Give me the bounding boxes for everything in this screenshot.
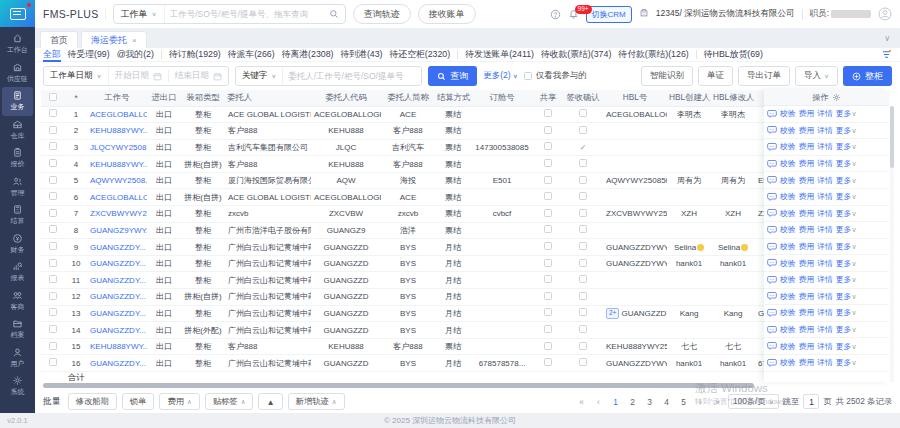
op-link[interactable]: 费用 <box>799 291 815 302</box>
end-date-input[interactable]: 结束日期 <box>168 70 228 82</box>
op-more-link[interactable]: 更多∨ <box>836 158 857 169</box>
page-number[interactable]: 3 <box>643 395 656 408</box>
confirm-checkbox[interactable] <box>579 176 587 184</box>
shared-checkbox[interactable] <box>544 275 552 283</box>
op-link[interactable]: 费用 <box>799 191 815 202</box>
sidebar-item-user[interactable]: 用户 <box>0 344 35 373</box>
op-link[interactable]: 详情 <box>817 307 833 318</box>
op-more-link[interactable]: 更多∨ <box>836 141 857 152</box>
op-link[interactable]: 费用 <box>799 274 815 285</box>
column-header[interactable]: 进出口 <box>147 90 181 106</box>
op-more-link[interactable]: 更多∨ <box>836 241 857 252</box>
row-checkbox[interactable] <box>49 259 57 267</box>
chat-icon[interactable] <box>767 291 777 301</box>
chat-icon[interactable] <box>767 341 777 351</box>
op-more-link[interactable]: 更多∨ <box>836 125 857 136</box>
row-checkbox[interactable] <box>49 342 57 350</box>
confirm-checkbox[interactable] <box>579 275 587 283</box>
op-more-link[interactable]: 更多∨ <box>836 274 857 285</box>
row-checkbox[interactable] <box>49 109 57 117</box>
job-number-link[interactable]: KEHU888YWY... <box>87 123 147 140</box>
chat-icon[interactable] <box>767 142 777 152</box>
help-icon[interactable] <box>550 9 561 20</box>
job-number-link[interactable]: GUANGZZDY... <box>87 272 147 289</box>
row-checkbox[interactable] <box>49 275 57 283</box>
chat-icon[interactable] <box>767 358 777 368</box>
chat-icon[interactable] <box>767 225 777 235</box>
column-header[interactable]: 委托人 <box>225 90 311 106</box>
job-number-link[interactable]: KEHU888YWY... <box>87 338 147 355</box>
row-checkbox[interactable] <box>49 176 57 184</box>
chat-icon[interactable] <box>767 109 777 119</box>
op-link[interactable]: 费用 <box>799 108 815 119</box>
hbl-count-badge[interactable]: 2+ <box>606 308 619 319</box>
job-number-link[interactable]: KEHU888YWY... <box>87 156 147 173</box>
column-header[interactable]: 工作号 <box>87 90 147 106</box>
switch-crm-button[interactable]: 切换CRM <box>586 6 632 23</box>
sidebar-item-manage[interactable]: 管理 <box>0 173 35 202</box>
op-more-link[interactable]: 更多∨ <box>836 224 857 235</box>
page-number[interactable]: 2 <box>626 395 639 408</box>
prev-page-button[interactable]: ‹ <box>592 395 605 408</box>
search-icon[interactable] <box>323 9 345 19</box>
row-checkbox[interactable] <box>49 192 57 200</box>
shared-checkbox[interactable] <box>544 225 552 233</box>
column-header[interactable]: 订舱号 <box>471 90 533 106</box>
op-more-link[interactable]: 更多∨ <box>836 357 857 368</box>
job-number-link[interactable]: GUANGZZDY... <box>87 355 147 372</box>
shared-checkbox[interactable] <box>544 176 552 184</box>
page-size-select[interactable]: 100条/页∨ <box>728 394 779 409</box>
date-type-select[interactable]: 工作单日期 ∨ <box>44 67 109 85</box>
sidebar-item-warehouse[interactable]: 仓库 <box>0 116 35 145</box>
job-number-link[interactable]: ACEGLOBALLO... <box>87 106 147 123</box>
status-filter-tab[interactable]: 待到港(43) <box>341 48 383 62</box>
chat-icon[interactable] <box>767 125 777 135</box>
shared-checkbox[interactable] <box>544 126 552 134</box>
app-logo[interactable] <box>0 0 35 27</box>
sidebar-item-system[interactable]: 系统 <box>0 372 35 401</box>
row-checkbox[interactable] <box>49 142 57 150</box>
status-filter-tab[interactable]: 待发送账单(2411) <box>465 48 534 62</box>
chat-icon[interactable] <box>767 208 777 218</box>
shared-checkbox[interactable] <box>544 292 552 300</box>
tabbar-collapse-icon[interactable]: ∨ <box>884 34 890 43</box>
batch-button[interactable]: 费用∧ <box>159 393 199 410</box>
page-number[interactable]: 5 <box>677 395 690 408</box>
op-link[interactable]: 费用 <box>799 141 815 152</box>
op-link[interactable]: 校验 <box>780 307 796 318</box>
shared-checkbox[interactable] <box>544 209 552 217</box>
op-link[interactable]: 费用 <box>799 307 815 318</box>
op-link[interactable]: 费用 <box>799 224 815 235</box>
close-icon[interactable]: × <box>132 36 137 45</box>
confirm-checkbox[interactable] <box>579 126 587 134</box>
op-link[interactable]: 详情 <box>817 357 833 368</box>
column-header[interactable]: 结算方式 <box>435 90 471 106</box>
op-link[interactable]: 费用 <box>799 258 815 269</box>
global-search-input[interactable] <box>165 9 323 19</box>
keyword-type-select[interactable]: 关键字 ∨ <box>236 67 284 85</box>
avatar[interactable] <box>878 7 892 21</box>
batch-button[interactable]: ▲ <box>258 393 282 410</box>
op-link[interactable]: 费用 <box>799 125 815 136</box>
op-link[interactable]: 校验 <box>780 224 796 235</box>
job-number-link[interactable]: ZXCVBWYWY2... <box>87 206 147 223</box>
op-link[interactable]: 详情 <box>817 141 833 152</box>
shared-checkbox[interactable] <box>544 358 552 366</box>
job-number-link[interactable]: GUANGZZDY... <box>87 255 147 272</box>
op-link[interactable]: 详情 <box>817 324 833 335</box>
search-category-select[interactable]: 工作单 ∨ <box>114 5 165 23</box>
vertical-scrollbar[interactable] <box>890 106 894 382</box>
row-checkbox[interactable] <box>49 225 57 233</box>
sidebar-item-settlement[interactable]: 结算 <box>0 201 35 230</box>
shared-checkbox[interactable] <box>544 109 552 117</box>
column-header[interactable]: 委托人代码 <box>311 90 381 106</box>
status-filter-tab[interactable]: 待派车(266) <box>228 48 275 62</box>
op-link[interactable]: 校验 <box>780 208 796 219</box>
next-page-button[interactable]: › <box>694 395 707 408</box>
sidebar-item-business[interactable]: 业务 <box>2 87 33 116</box>
op-link[interactable]: 校验 <box>780 108 796 119</box>
confirm-checkbox[interactable] <box>579 209 587 217</box>
sidebar-item-quote[interactable]: 报价 <box>0 144 35 173</box>
column-header[interactable]: HBL创建人 <box>667 90 711 106</box>
column-header[interactable]: 共享 <box>533 90 563 106</box>
